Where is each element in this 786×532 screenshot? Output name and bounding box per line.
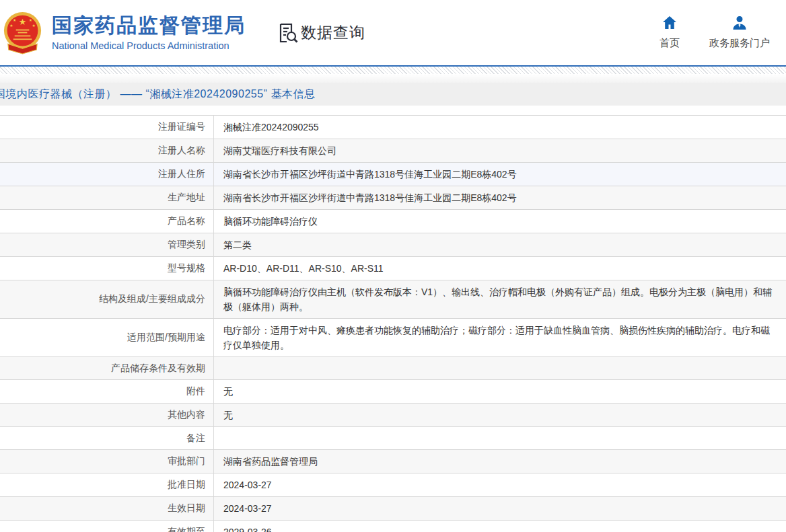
- row-value: 2024-03-27: [214, 497, 786, 520]
- row-value: 第二类: [214, 233, 786, 256]
- row-value: [214, 434, 786, 443]
- nav-item-home-label: 首页: [659, 37, 680, 50]
- row-label: 其他内容: [0, 404, 214, 426]
- nav-item-home[interactable]: 首页: [659, 15, 680, 50]
- row-label: 注册人名称: [0, 139, 214, 162]
- row-value: 湖南省长沙市开福区沙坪街道中青路1318号佳海工业园二期E8栋402号: [214, 186, 786, 209]
- row-label: 审批部门: [0, 450, 214, 473]
- row-value: 无: [214, 404, 786, 426]
- table-row: 型号规格 AR-D10、AR-D11、AR-S10、AR-S11: [0, 257, 786, 280]
- table-row: 注册人住所 湖南省长沙市开福区沙坪街道中青路1318号佳海工业园二期E8栋402…: [0, 163, 786, 186]
- document-search-icon: [278, 22, 298, 44]
- org-name-en: National Medical Products Administration: [52, 39, 246, 52]
- row-value: AR-D10、AR-D11、AR-S10、AR-S11: [214, 257, 786, 280]
- row-label: 附件: [0, 380, 214, 403]
- row-label: 注册证编号: [0, 116, 214, 139]
- row-value: 湖南艾瑞医疗科技有限公司: [214, 139, 786, 162]
- data-query-label: 数据查询: [301, 22, 365, 43]
- table-row: 注册证编号 湘械注准20242090255: [0, 116, 786, 139]
- row-label: 注册人住所: [0, 163, 214, 186]
- spacer: [0, 106, 786, 115]
- row-label: 批准日期: [0, 473, 214, 496]
- user-icon: [731, 15, 748, 31]
- row-value: 湖南省长沙市开福区沙坪街道中青路1318号佳海工业园二期E8栋402号: [214, 163, 786, 186]
- row-label: 结构及组成/主要组成成分: [0, 280, 214, 318]
- row-label: 有效期至: [0, 521, 214, 532]
- row-label: 适用范围/预期用途: [0, 319, 214, 356]
- table-row: 注册人名称 湖南艾瑞医疗科技有限公司: [0, 139, 786, 163]
- breadcrumb: 国境内医疗器械（注册） —— “湘械注准20242090255” 基本信息: [0, 87, 315, 102]
- table-row: 结构及组成/主要组成成分 脑循环功能障碍治疗仪由主机（软件发布版本：V1）、输出…: [0, 280, 786, 319]
- row-label: 管理类别: [0, 233, 214, 256]
- table-row: 备注: [0, 427, 786, 450]
- table-row: 批准日期 2024-03-27: [0, 473, 786, 497]
- row-value: [214, 365, 786, 373]
- row-value: 2029-03-26: [214, 521, 786, 532]
- row-value: 无: [214, 380, 786, 403]
- svg-text:★: ★: [9, 24, 13, 28]
- table-row: 审批部门 湖南省药品监督管理局: [0, 450, 786, 473]
- nav-item-gov-portal-label: 政务服务门户: [709, 37, 770, 50]
- row-label: 型号规格: [0, 257, 214, 280]
- row-label: 产品名称: [0, 210, 214, 233]
- row-label: 产品储存条件及有效期: [0, 357, 214, 379]
- row-label: 生产地址: [0, 186, 214, 209]
- row-label: 生效日期: [0, 497, 214, 520]
- svg-text:★: ★: [19, 17, 26, 27]
- site-header: ★ ★ ★ ★ ★ 国家药品监督管理局 National Medical Pro…: [0, 0, 786, 65]
- table-row: 适用范围/预期用途 电疗部分：适用于对中风、瘫痪患者功能恢复的辅助治疗；磁疗部分…: [0, 319, 786, 357]
- fade-band: [0, 74, 786, 83]
- device-info-table: 注册证编号 湘械注准20242090255 注册人名称 湖南艾瑞医疗科技有限公司…: [0, 115, 786, 532]
- table-row: 其他内容 无: [0, 404, 786, 427]
- table-row: 有效期至 2029-03-26: [0, 521, 786, 532]
- china-national-emblem-icon: ★ ★ ★ ★ ★: [1, 11, 44, 54]
- table-row: 产品储存条件及有效期: [0, 357, 786, 380]
- svg-text:★: ★: [29, 18, 32, 22]
- row-value: 脑循环功能障碍治疗仪由主机（软件发布版本：V1）、输出线、治疗帽和电极（外购有证…: [214, 280, 786, 318]
- table-row: 产品名称 脑循环功能障碍治疗仪: [0, 210, 786, 233]
- row-value: 2024-03-27: [214, 473, 786, 496]
- svg-text:★: ★: [13, 18, 16, 22]
- table-row: 生效日期 2024-03-27: [0, 497, 786, 521]
- hatch-stripe-band: [0, 67, 786, 74]
- org-name-cn: 国家药品监督管理局: [52, 13, 246, 38]
- home-icon: [662, 15, 678, 31]
- breadcrumb-bar: 国境内医疗器械（注册） —— “湘械注准20242090255” 基本信息: [0, 83, 786, 106]
- table-row: 管理类别 第二类: [0, 233, 786, 257]
- data-query-link[interactable]: 数据查询: [278, 22, 365, 44]
- svg-text:★: ★: [32, 24, 36, 28]
- nav-item-gov-portal[interactable]: 政务服务门户: [709, 15, 770, 50]
- row-value: 湘械注准20242090255: [214, 116, 786, 139]
- row-value: 湖南省药品监督管理局: [214, 450, 786, 473]
- site-logo-link[interactable]: ★ ★ ★ ★ ★ 国家药品监督管理局 National Medical Pro…: [1, 11, 246, 54]
- row-label: 备注: [0, 427, 214, 449]
- header-nav: 首页 政务服务门户: [659, 15, 770, 50]
- row-value: 脑循环功能障碍治疗仪: [214, 210, 786, 233]
- row-value: 电疗部分：适用于对中风、瘫痪患者功能恢复的辅助治疗；磁疗部分：适用于缺血性脑血管…: [214, 319, 786, 356]
- table-row: 生产地址 湖南省长沙市开福区沙坪街道中青路1318号佳海工业园二期E8栋402号: [0, 186, 786, 210]
- table-row: 附件 无: [0, 380, 786, 404]
